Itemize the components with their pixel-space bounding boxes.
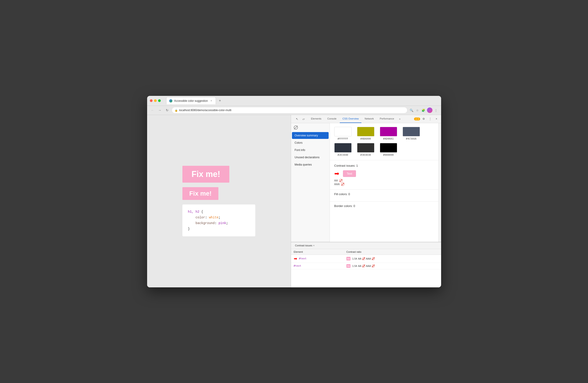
maximize-button[interactable] — [158, 99, 161, 102]
fix-me-heading-2: Fix me! — [189, 190, 211, 197]
devtools-actions: ⚠ 1 ⚙ ⋮ × — [414, 116, 439, 122]
contrast-tab-close[interactable]: × — [313, 244, 315, 247]
profile-avatar[interactable] — [427, 107, 432, 113]
tab-more[interactable]: » — [397, 115, 402, 123]
colors-section: #FFFFFF #ABA800 #AD00A1 — [330, 123, 438, 160]
tab-css-overview[interactable]: CSS Overview — [340, 115, 362, 123]
color-swatch-2e3440[interactable] — [334, 143, 352, 152]
menu-icon[interactable]: ⋮ — [434, 108, 438, 112]
code-line-1: h1, h2 { — [188, 209, 250, 215]
code-line-2: color: white; — [188, 215, 250, 220]
aa-fail-icon — [339, 179, 342, 182]
browser-page: Fix me! Fix me! h1, h2 { color: white; b… — [147, 115, 291, 287]
aaa-fail-2 — [372, 265, 375, 267]
active-tab[interactable]: Accessible color suggestion × — [166, 97, 216, 104]
border-colors-section: Border colors: 0 — [330, 202, 438, 213]
color-swatches: #FFFFFF #ABA800 #AD00A1 — [334, 127, 434, 140]
element-cell-1: ➡ #text — [291, 255, 344, 263]
nav-font-info[interactable]: Font info — [292, 147, 329, 153]
bottom-panel: Contrast issues × Element Contrast ratio — [291, 242, 441, 287]
close-button[interactable] — [150, 99, 153, 102]
back-button[interactable]: ← — [150, 107, 155, 113]
color-swatch-303030[interactable] — [357, 143, 374, 152]
fill-colors-section: Fill colors: 0 — [330, 190, 438, 202]
scrollbar[interactable] — [438, 123, 441, 242]
fix-me-heading-1: Fix me! — [191, 170, 220, 179]
code-block: h1, h2 { color: white; background: pink;… — [182, 205, 255, 236]
device-icon[interactable]: ▱ — [301, 116, 307, 122]
star-icon[interactable]: ☆ — [415, 108, 420, 112]
table-row[interactable]: #text Aa 1.54 AA AAA — [291, 263, 441, 269]
nav-overview-summary[interactable]: Overview summary — [292, 132, 329, 139]
lock-icon: 🔒 — [175, 109, 178, 112]
aaa-fail-1 — [372, 257, 375, 260]
close-devtools-icon[interactable]: × — [434, 116, 439, 122]
devtools-content: Overview summary Colors Font info Unused… — [291, 123, 441, 242]
forward-button[interactable]: → — [157, 107, 163, 113]
css-sidebar-header — [291, 123, 330, 132]
aa-rating: AA — [334, 179, 434, 182]
settings-icon[interactable]: ⚙ — [421, 116, 426, 122]
arrow-indicator-1: ➡ — [334, 170, 339, 177]
swatch-2e3440: #2E3440 — [334, 143, 352, 156]
contrast-preview: Text — [343, 170, 356, 177]
tab-performance[interactable]: Performance — [377, 115, 397, 123]
contrast-issues-tab[interactable]: Contrast issues × — [293, 242, 317, 249]
fill-colors-title: Fill colors: 0 — [334, 192, 434, 196]
more-options-icon[interactable]: ⋮ — [427, 116, 433, 122]
tab-elements[interactable]: Elements — [308, 115, 324, 123]
fix-me-box-1: Fix me! — [182, 166, 229, 183]
aa-fail-1 — [362, 257, 365, 260]
css-main: #FFFFFF #ABA800 #AD00A1 — [330, 123, 438, 242]
color-swatches-2: #2E3440 #303030 #000000 — [334, 143, 434, 156]
warning-badge[interactable]: ⚠ 1 — [414, 118, 420, 120]
minimize-button[interactable] — [154, 99, 157, 102]
contrast-text-preview[interactable]: Text — [343, 170, 356, 177]
col-element: Element — [291, 249, 344, 255]
address-actions: 🔍 ☆ 🧩 ⋮ — [409, 107, 438, 113]
contrast-issues-title: Contrast issues: 1 — [334, 164, 434, 167]
zoom-icon[interactable]: 🔍 — [409, 108, 414, 112]
tab-bar: Accessible color suggestion × + — [166, 97, 223, 104]
title-bar: Accessible color suggestion × + — [147, 96, 441, 106]
devtools-inner: Overview summary Colors Font info Unused… — [291, 123, 441, 242]
aa-fail-2 — [362, 265, 365, 267]
new-tab-button[interactable]: + — [217, 97, 223, 104]
cursor-icon[interactable]: ↖ — [294, 116, 300, 122]
tab-favicon — [169, 99, 172, 103]
bottom-tabs: Contrast issues × — [291, 242, 441, 249]
contrast-preview-row: ➡ Text — [334, 170, 434, 177]
color-swatch-4c566a[interactable] — [403, 127, 420, 136]
nav-unused-declarations[interactable]: Unused declarations — [292, 154, 329, 161]
aaa-fail-icon — [341, 183, 344, 186]
border-colors-title: Border colors: 0 — [334, 204, 434, 208]
aaa-rating: AAA — [334, 183, 434, 186]
traffic-lights — [150, 99, 161, 102]
color-swatch-ad00a1[interactable] — [380, 127, 397, 136]
ratio-cell-2: Aa 1.54 AA AAA — [344, 263, 441, 269]
url-bar[interactable]: 🔒 localhost:8080/demo/accessible-color-m… — [172, 107, 407, 113]
tab-network[interactable]: Network — [362, 115, 377, 123]
aa-badge-2: Aa — [346, 264, 351, 268]
color-swatch-aba800[interactable] — [357, 127, 374, 136]
color-swatch-000000[interactable] — [380, 143, 397, 152]
bottom-table: Element Contrast ratio ➡ #text — [291, 249, 441, 287]
contrast-ratings: AA AAA — [334, 179, 434, 186]
nav-media-queries[interactable]: Media queries — [292, 161, 329, 168]
page-content: Fix me! Fix me! h1, h2 { color: white; b… — [182, 166, 255, 236]
aa-badge-1: Aa — [346, 257, 351, 260]
color-swatch-white[interactable] — [334, 127, 352, 136]
swatch-000000: #000000 — [380, 143, 397, 156]
tab-console[interactable]: Console — [325, 115, 339, 123]
browser-window: Accessible color suggestion × + ← → ↻ 🔒 … — [147, 96, 441, 287]
nav-colors[interactable]: Colors — [292, 139, 329, 146]
table-row[interactable]: ➡ #text Aa 1.54 AA — [291, 255, 441, 263]
devtools-top-icons: ↖ ▱ — [293, 116, 308, 122]
tab-close-button[interactable]: × — [210, 99, 213, 103]
reload-button[interactable]: ↻ — [165, 107, 170, 113]
capture-icon[interactable] — [294, 126, 298, 129]
tab-title: Accessible color suggestion — [174, 99, 208, 103]
extensions-icon[interactable]: 🧩 — [421, 108, 426, 112]
devtools-panel: ↖ ▱ Elements Console CSS Overview Networ… — [291, 115, 441, 287]
swatch-303030: #303030 — [357, 143, 374, 156]
